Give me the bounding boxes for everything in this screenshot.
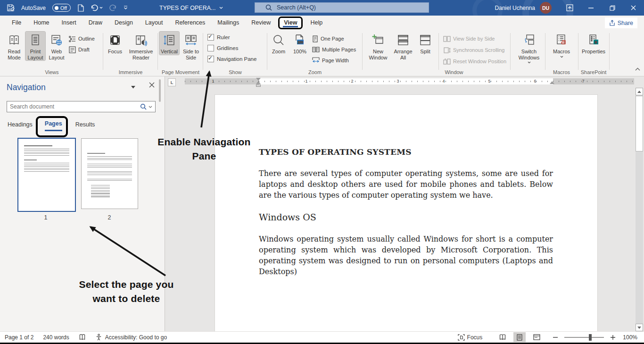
- focus-button[interactable]: Focus: [105, 32, 125, 55]
- navigation-search-icon[interactable]: [140, 103, 147, 110]
- toggle-knob: [55, 6, 58, 10]
- ruler-checkbox-row[interactable]: Ruler: [207, 34, 230, 41]
- tab-design[interactable]: Design: [108, 16, 139, 30]
- multiple-pages-button[interactable]: Multiple Pages: [312, 45, 356, 54]
- switch-windows-label: Switch Windows: [516, 49, 542, 60]
- zoom-button[interactable]: Zoom: [269, 32, 289, 55]
- ribbon-display-options-icon[interactable]: [559, 0, 580, 16]
- gridlines-checkbox-row[interactable]: Gridlines: [207, 45, 238, 51]
- right-indent-marker[interactable]: [550, 81, 554, 84]
- search-box[interactable]: Search (Alt+Q): [255, 2, 429, 13]
- collapse-ribbon-icon[interactable]: [635, 67, 640, 71]
- tab-references[interactable]: References: [169, 16, 211, 30]
- left-indent-marker[interactable]: [256, 84, 261, 87]
- navigation-close-icon[interactable]: [149, 82, 155, 88]
- tab-help[interactable]: Help: [304, 16, 329, 30]
- ruler-left-margin[interactable]: [185, 78, 259, 84]
- read-mode-view-button[interactable]: [496, 332, 509, 342]
- properties-button[interactable]: S Properties: [581, 32, 606, 55]
- navigation-search-input[interactable]: [7, 103, 140, 110]
- autosave-label: AutoSave: [21, 5, 46, 11]
- new-window-button[interactable]: New Window: [366, 32, 390, 60]
- tab-file[interactable]: File: [6, 16, 27, 30]
- tab-layout[interactable]: Layout: [139, 16, 169, 30]
- group-sharepoint: S Properties SharePoint: [579, 30, 608, 76]
- minimize-button[interactable]: [580, 0, 602, 16]
- vertical-button[interactable]: Vertical: [159, 32, 179, 55]
- zoom-out-button[interactable]: [553, 337, 558, 338]
- ruler-checkbox[interactable]: [207, 34, 214, 41]
- document-title-area[interactable]: TYPES OF OPERA...: [159, 0, 223, 16]
- arrange-all-button[interactable]: Arrange All: [391, 32, 415, 60]
- navigation-pane-checkbox[interactable]: [207, 56, 214, 62]
- customize-qat-icon[interactable]: [124, 6, 128, 10]
- page-thumbnail-1[interactable]: [17, 138, 76, 212]
- new-document-icon[interactable]: [77, 4, 84, 12]
- navigation-search-box[interactable]: [7, 101, 156, 112]
- read-mode-button[interactable]: Read Mode: [4, 32, 25, 60]
- avatar[interactable]: DU: [540, 2, 552, 14]
- macros-button[interactable]: Macros: [551, 32, 572, 58]
- undo-button[interactable]: [91, 4, 103, 12]
- zoom-slider-handle[interactable]: [589, 334, 592, 341]
- share-label: Share: [618, 20, 633, 26]
- synchronous-scrolling-icon: [443, 47, 451, 53]
- nav-tab-results[interactable]: Results: [75, 121, 95, 131]
- print-layout-button[interactable]: Print Layout: [25, 32, 45, 60]
- draft-icon: [69, 46, 76, 53]
- tab-mailings[interactable]: Mailings: [211, 16, 245, 30]
- word-window: AutoSave Off: [0, 0, 644, 344]
- annotation-enable-navigation: Enable Naviagation Pane: [150, 135, 258, 163]
- zoom-100-button[interactable]: 100 100%: [290, 32, 309, 55]
- proofing-icon[interactable]: [79, 334, 86, 341]
- draft-button[interactable]: Draft: [69, 45, 90, 54]
- navigation-search-chevron-icon[interactable]: [149, 106, 152, 108]
- accessibility-status[interactable]: Accessibility: Good to go: [95, 334, 167, 341]
- tab-selector[interactable]: L: [168, 78, 176, 86]
- one-page-button[interactable]: One Page: [312, 34, 344, 43]
- zoom-slider[interactable]: [564, 337, 604, 338]
- first-line-indent-marker[interactable]: [256, 78, 261, 81]
- gridlines-checkbox[interactable]: [207, 45, 214, 51]
- scroll-down-button[interactable]: [636, 324, 643, 331]
- autosave-state: Off: [60, 5, 67, 11]
- scroll-up-button[interactable]: [636, 88, 643, 95]
- share-button[interactable]: Share: [605, 17, 637, 28]
- nav-tab-headings[interactable]: Headings: [8, 121, 33, 131]
- word-count[interactable]: 240 words: [43, 334, 69, 341]
- switch-windows-button[interactable]: Switch Windows: [516, 32, 542, 64]
- zoom-in-button[interactable]: [611, 335, 615, 340]
- read-mode-label: Read Mode: [4, 49, 25, 60]
- close-button[interactable]: [623, 0, 644, 16]
- web-layout-button[interactable]: Web Layout: [46, 32, 67, 60]
- hanging-indent-marker[interactable]: [256, 81, 261, 84]
- nav-tab-pages[interactable]: Pages: [45, 120, 62, 131]
- save-icon[interactable]: [7, 4, 15, 12]
- split-button[interactable]: Split: [416, 32, 435, 55]
- document-content[interactable]: TYPES OF OPERATING SYSTEMS There are sev…: [259, 94, 553, 277]
- page-thumbnail-2[interactable]: [81, 138, 138, 209]
- autosave-toggle[interactable]: Off: [52, 4, 71, 12]
- navigation-options-chevron-icon[interactable]: [131, 86, 135, 89]
- tab-view[interactable]: View: [278, 17, 303, 29]
- ruler-right-margin[interactable]: [553, 78, 634, 84]
- print-layout-view-button[interactable]: [513, 332, 526, 342]
- ribbon: Read Mode Print Layout Web Layout: [0, 30, 644, 76]
- vertical-scrollbar-thumb[interactable]: [636, 96, 643, 151]
- navigation-pane-checkbox-row[interactable]: Navigation Pane: [207, 56, 256, 62]
- focus-mode-button[interactable]: Focus: [458, 334, 483, 341]
- outline-button[interactable]: Outline: [69, 34, 95, 43]
- tab-insert[interactable]: Insert: [56, 16, 83, 30]
- ruler-text-area[interactable]: [259, 78, 553, 84]
- zoom-percentage[interactable]: 100%: [623, 334, 637, 341]
- tab-draw[interactable]: Draw: [83, 16, 108, 30]
- navigation-scrollbar-thumb[interactable]: [159, 79, 161, 102]
- tab-home[interactable]: Home: [27, 16, 55, 30]
- page-info[interactable]: Page 1 of 2: [5, 334, 33, 341]
- web-layout-view-button[interactable]: [530, 332, 543, 342]
- immersive-reader-button[interactable]: Immersive Reader: [126, 32, 156, 60]
- side-to-side-button[interactable]: Side to Side: [180, 32, 202, 60]
- page-width-button[interactable]: Page Width: [312, 56, 349, 65]
- restore-button[interactable]: [602, 0, 623, 16]
- tab-review[interactable]: Review: [245, 16, 277, 30]
